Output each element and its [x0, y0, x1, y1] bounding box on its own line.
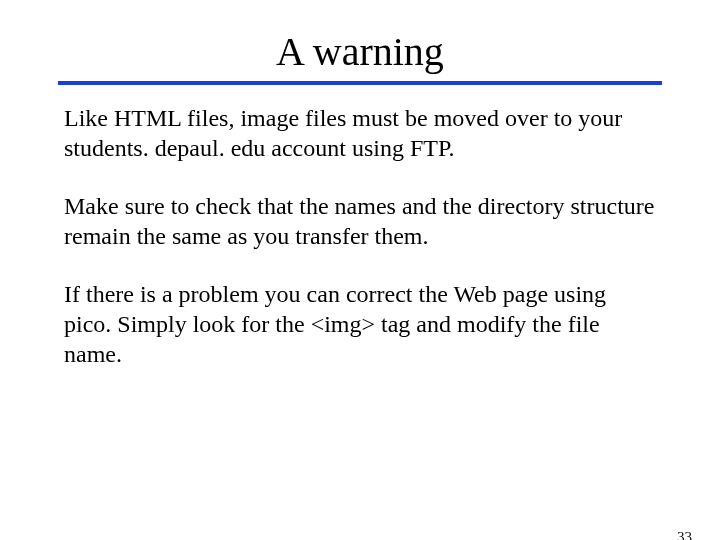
body-paragraph: Like HTML files, image files must be mov… [64, 103, 656, 163]
body-paragraph: Make sure to check that the names and th… [64, 191, 656, 251]
title-divider [58, 81, 662, 85]
slide-title: A warning [0, 28, 720, 75]
slide-body: Like HTML files, image files must be mov… [64, 103, 656, 369]
slide: A warning Like HTML files, image files m… [0, 28, 720, 540]
body-paragraph: If there is a problem you can correct th… [64, 279, 656, 369]
page-number: 33 [677, 529, 692, 540]
